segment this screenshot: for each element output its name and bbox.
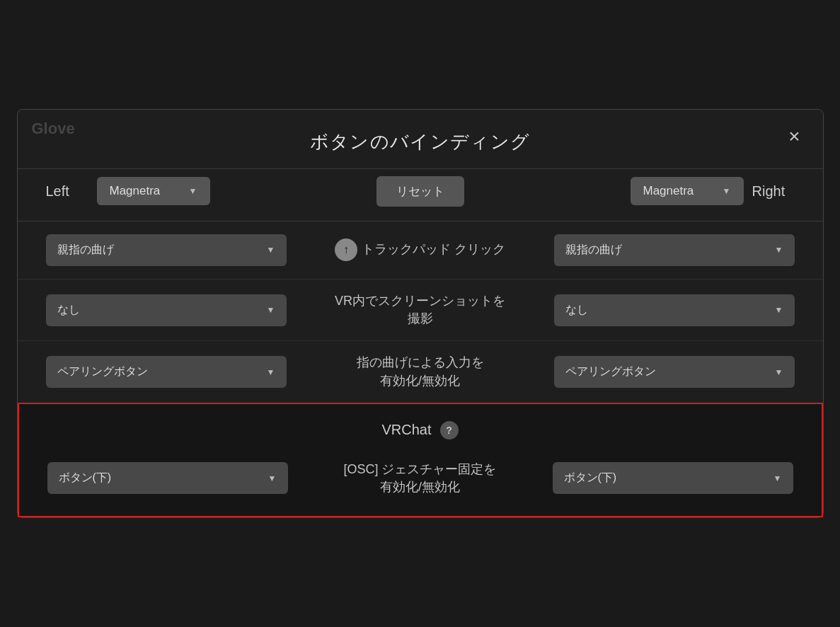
row1-right-dropdown[interactable]: 親指の曲げ ▼ [554,234,795,266]
row3-left-value: ペアリングボタン [57,364,148,379]
left-dropdown-value: Magnetra [110,184,161,198]
dialog: Glove ボタンのバインディング × Left Magnetra ▼ リセット… [17,109,824,518]
right-label: Right [752,183,795,200]
row2-left-dropdown[interactable]: なし ▼ [46,294,287,326]
dialog-title: ボタンのバインディング [310,130,530,154]
row3-right-arrow-icon: ▼ [775,367,783,377]
row3-center-label: 指の曲げによる入力を有効化/無効化 [287,354,554,389]
row2-center-label: VR内でスクリーンショットを撮影 [287,292,554,328]
left-side-controls: Left Magnetra ▼ [46,177,210,205]
binding-rows: 親指の曲げ ▼ ↑トラックパッド クリック 親指の曲げ ▼ なし ▼ [18,222,823,403]
osc-right-dropdown[interactable]: ボタン(下) ▼ [553,462,793,494]
left-dropdown[interactable]: Magnetra ▼ [97,177,210,205]
reset-button[interactable]: リセット [376,176,464,207]
row1-right-control: 親指の曲げ ▼ [554,234,795,266]
row2-right-control: なし ▼ [554,294,795,326]
left-dropdown-arrow-icon: ▼ [189,186,197,196]
osc-right-value: ボタン(下) [564,471,617,485]
vrchat-help-icon[interactable]: ? [440,421,459,439]
right-dropdown-value: Magnetra [643,184,694,198]
row3-left-dropdown[interactable]: ペアリングボタン ▼ [46,356,287,388]
osc-left-value: ボタン(下) [59,471,112,485]
top-controls: Left Magnetra ▼ リセット Magnetra ▼ Right [18,169,823,221]
row3-right-value: ペアリングボタン [565,364,656,379]
vrchat-title: VRChat [381,422,431,438]
row1-left-control: 親指の曲げ ▼ [46,234,287,266]
vrchat-osc-row: ボタン(下) ▼ [OSC] ジェスチャー固定を有効化/無効化 ボタン(下) ▼ [19,454,822,516]
vrchat-header: VRChat ? [19,404,822,454]
osc-right-arrow-icon: ▼ [773,473,782,483]
row1-center-label: ↑トラックパッド クリック [287,238,554,261]
row1-right-arrow-icon: ▼ [775,245,783,255]
osc-left-dropdown[interactable]: ボタン(下) ▼ [47,462,288,494]
dialog-header: ボタンのバインディング × [18,110,823,168]
osc-right-control: ボタン(下) ▼ [553,462,793,494]
row1-right-value: 親指の曲げ [565,243,622,258]
row1-left-value: 親指の曲げ [57,243,114,258]
osc-left-control: ボタン(下) ▼ [47,462,288,494]
row3-left-control: ペアリングボタン ▼ [46,356,287,388]
binding-row-3: ペアリングボタン ▼ 指の曲げによる入力を有効化/無効化 ペアリングボタン ▼ [18,341,823,402]
row1-left-dropdown[interactable]: 親指の曲げ ▼ [46,234,287,266]
row3-right-control: ペアリングボタン ▼ [554,356,795,388]
row1-left-arrow-icon: ▼ [267,245,275,255]
row2-right-arrow-icon: ▼ [775,305,783,315]
left-label: Left [46,183,88,200]
binding-row-2: なし ▼ VR内でスクリーンショットを撮影 なし ▼ [18,280,823,341]
row2-left-arrow-icon: ▼ [267,305,275,315]
row3-left-arrow-icon: ▼ [267,367,275,377]
row2-left-control: なし ▼ [46,294,287,326]
vrchat-section: VRChat ? ボタン(下) ▼ [OSC] ジェスチャー固定を有効化/無効化… [18,403,823,517]
close-button[interactable]: × [783,124,805,149]
right-dropdown[interactable]: Magnetra ▼ [631,177,744,205]
row2-left-value: なし [57,303,80,318]
up-arrow-icon: ↑ [335,238,357,261]
row3-right-dropdown[interactable]: ペアリングボタン ▼ [554,356,795,388]
row2-right-value: なし [565,303,588,318]
row2-right-dropdown[interactable]: なし ▼ [554,294,795,326]
osc-left-arrow-icon: ▼ [268,473,277,483]
right-side-controls: Magnetra ▼ Right [631,177,795,205]
osc-center-label: [OSC] ジェスチャー固定を有効化/無効化 [288,461,553,496]
binding-row-1: 親指の曲げ ▼ ↑トラックパッド クリック 親指の曲げ ▼ [18,222,823,280]
right-dropdown-arrow-icon: ▼ [723,186,731,196]
